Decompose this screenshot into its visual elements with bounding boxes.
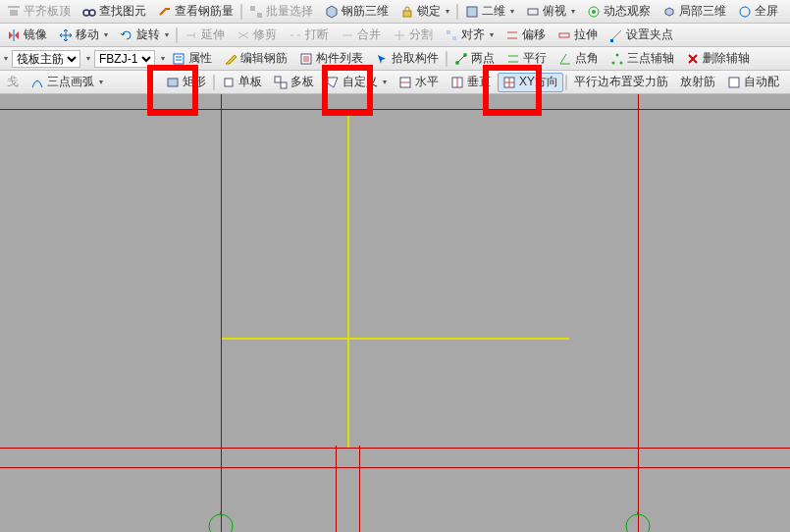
auto-arrange-button[interactable]: 自动配 xyxy=(722,73,784,92)
view-rebar-button[interactable]: 查看钢筋量 xyxy=(153,2,238,22)
line-tool-button[interactable]: 戋 xyxy=(2,73,24,92)
rect-button[interactable]: 矩形 xyxy=(161,73,211,92)
props-button[interactable]: 属性 xyxy=(167,49,217,69)
svg-rect-5 xyxy=(257,13,262,18)
dynamic-view-button[interactable]: 动态观察 xyxy=(582,2,656,22)
set-grip-button[interactable]: 设置夹点 xyxy=(605,26,678,45)
horizontal-button[interactable]: 水平 xyxy=(394,73,444,92)
three-pt-aux-button[interactable]: 三点辅轴 xyxy=(606,49,679,69)
rebar-line-h xyxy=(222,338,568,340)
svg-point-22 xyxy=(620,61,623,64)
svg-rect-0 xyxy=(8,6,20,8)
local-3d-button[interactable]: 局部三维 xyxy=(658,2,731,22)
chevron-down-icon: ▾ xyxy=(165,30,169,39)
cube-icon xyxy=(325,5,339,19)
drawing-canvas[interactable] xyxy=(0,94,790,532)
svg-point-11 xyxy=(740,7,750,17)
split-label: 分割 xyxy=(409,27,433,43)
batch-select-button[interactable]: 批量选择 xyxy=(244,2,318,22)
parallel-place-button[interactable]: 平行边布置受力筋 xyxy=(569,73,673,92)
align-top-button[interactable]: 平齐板顶 xyxy=(2,2,76,22)
pick-comp-label: 拾取构件 xyxy=(392,50,439,67)
grid-line-h2 xyxy=(0,448,790,449)
binoculars-icon xyxy=(82,5,96,19)
horizontal-icon xyxy=(398,76,412,89)
extend-button[interactable]: 延伸 xyxy=(180,26,230,45)
single-board-button[interactable]: 单板 xyxy=(217,73,267,92)
pt-angle-button[interactable]: 点角 xyxy=(553,49,604,69)
parallel-button[interactable]: 平行 xyxy=(501,49,552,69)
three-pt-aux-label: 三点辅轴 xyxy=(627,50,674,67)
find-entity-button[interactable]: 查找图元 xyxy=(78,2,151,22)
svg-rect-16 xyxy=(174,54,184,64)
cube-small-icon xyxy=(662,5,676,19)
xy-icon xyxy=(502,76,516,89)
rebar-line-short xyxy=(567,338,569,340)
props-label: 属性 xyxy=(188,50,212,67)
align-top-icon xyxy=(7,5,21,19)
edit-rebar-button[interactable]: 编辑钢筋 xyxy=(219,49,292,69)
full-screen-button[interactable]: 全屏 xyxy=(733,2,783,22)
pick-comp-button[interactable]: 拾取构件 xyxy=(370,49,444,69)
two-pt-button[interactable]: 两点 xyxy=(449,49,500,69)
view-rebar-label: 查看钢筋量 xyxy=(175,3,234,20)
custom-button[interactable]: 自定义 ▾ xyxy=(321,73,392,92)
mirror-button[interactable]: 镜像 xyxy=(2,26,52,45)
lock-icon xyxy=(400,5,414,19)
grid-line-h3 xyxy=(0,467,790,468)
del-aux-button[interactable]: 删除辅轴 xyxy=(681,49,755,69)
chevron-down-icon[interactable]: ▾ xyxy=(86,54,90,63)
three-pt-arc-button[interactable]: 三点画弧 ▾ xyxy=(26,73,108,92)
align-button[interactable]: 对齐 ▾ xyxy=(440,26,499,45)
chevron-down-icon[interactable]: ▾ xyxy=(4,54,8,63)
rotate-button[interactable]: 旋转 ▾ xyxy=(115,26,174,45)
stretch-button[interactable]: 拉伸 xyxy=(553,26,603,45)
svg-rect-1 xyxy=(10,10,18,16)
trim-button[interactable]: 修剪 xyxy=(232,26,282,45)
axis-marker-1 xyxy=(206,511,236,532)
xy-direction-button[interactable]: XY方向 xyxy=(498,73,563,92)
break-button[interactable]: 打断 xyxy=(284,26,334,45)
combo1-wrap: 筏板主筋 xyxy=(10,50,82,68)
chevron-down-icon: ▾ xyxy=(490,30,494,39)
chevron-down-icon: ▾ xyxy=(99,78,103,86)
svg-rect-25 xyxy=(275,77,281,82)
svg-point-10 xyxy=(592,10,596,14)
svg-point-2 xyxy=(83,10,89,16)
multi-board-button[interactable]: 多板 xyxy=(269,73,319,92)
multi-board-icon xyxy=(274,76,288,89)
lock-button[interactable]: 锁定 ▾ xyxy=(395,2,454,22)
rebar-3d-button[interactable]: 钢筋三维 xyxy=(320,2,394,22)
rebar-icon xyxy=(158,5,172,19)
column-line-v2 xyxy=(359,446,360,532)
fbzj-combo[interactable]: FBZJ-1 xyxy=(94,50,155,68)
chevron-down-icon: ▾ xyxy=(446,7,449,16)
main-rebar-combo[interactable]: 筏板主筋 xyxy=(12,50,80,68)
offset-button[interactable]: 偏移 xyxy=(500,26,551,45)
three-pt-aux-icon xyxy=(610,52,624,66)
comp-list-button[interactable]: 构件列表 xyxy=(294,49,368,69)
svg-rect-4 xyxy=(250,6,255,11)
vertical-button[interactable]: 垂直 xyxy=(446,73,496,92)
radial-button[interactable]: 放射筋 xyxy=(675,73,720,92)
rect-label: 矩形 xyxy=(183,74,206,90)
arc-icon xyxy=(30,76,44,89)
merge-label: 合并 xyxy=(357,27,381,43)
chevron-down-icon[interactable]: ▾ xyxy=(161,54,165,63)
two-d-button[interactable]: 二维 ▾ xyxy=(460,2,519,22)
perspective-button[interactable]: 俯视 ▾ xyxy=(521,2,580,22)
svg-rect-26 xyxy=(281,82,287,88)
move-icon xyxy=(59,28,73,42)
three-pt-arc-label: 三点画弧 xyxy=(47,74,94,90)
parallel-label: 平行 xyxy=(523,50,547,67)
separator xyxy=(456,4,458,20)
svg-rect-30 xyxy=(729,78,739,87)
column-line-v1 xyxy=(336,446,337,532)
move-button[interactable]: 移动 ▾ xyxy=(54,26,113,45)
merge-button[interactable]: 合并 xyxy=(336,26,386,45)
toolbar-row-3: ▾ 筏板主筋 ▾ FBZJ-1 ▾ 属性 编辑钢筋 构件列表 拾取构件 两点 平… xyxy=(0,47,790,71)
view-icon xyxy=(526,5,540,19)
split-button[interactable]: 分割 xyxy=(388,26,438,45)
comp-list-label: 构件列表 xyxy=(316,50,363,67)
del-aux-label: 删除辅轴 xyxy=(703,50,750,67)
